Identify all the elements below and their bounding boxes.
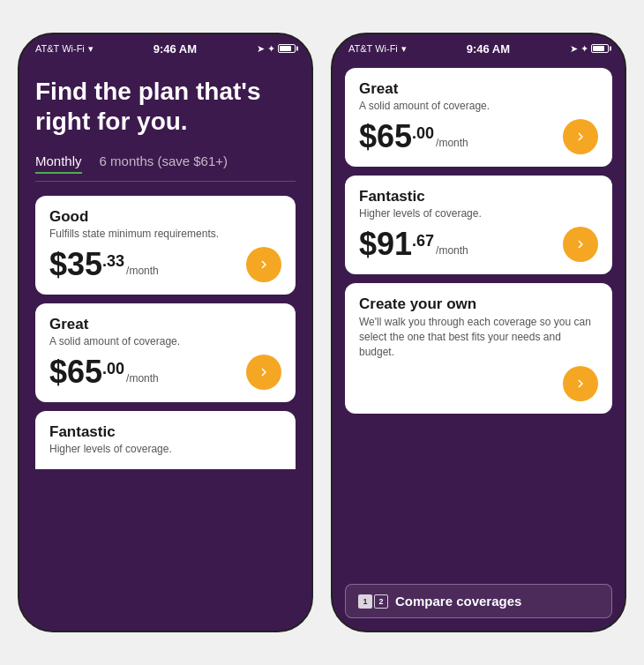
plan-name-great-right: Great (359, 80, 598, 98)
plan-desc-fantastic-right: Higher levels of coverage. (359, 207, 598, 220)
status-right-right: ➤ ✦ (570, 43, 609, 55)
tabs: Monthly 6 months (save $61+) (35, 153, 296, 182)
price-main-fantastic-right: $91 (359, 228, 412, 260)
price-cents-great-right: .00 (412, 124, 434, 143)
tab-6months[interactable]: 6 months (save $61+) (100, 153, 228, 174)
time-left: 9:46 AM (154, 42, 197, 56)
plan-card-good: Good Fulfills state minimum requirements… (35, 196, 296, 295)
price-main-great: $65 (49, 356, 102, 388)
wifi-icon-left: ▾ (88, 43, 94, 55)
plan-price-great: $65 .00 /month (49, 356, 159, 388)
right-phone-content: Great A solid amount of coverage. $65 .0… (333, 59, 625, 631)
status-bar-right: AT&T Wi-Fi ▾ 9:46 AM ➤ ✦ (333, 34, 625, 59)
headline: Find the plan that's right for you. (35, 77, 296, 136)
arrow-button-create-right[interactable] (563, 366, 598, 401)
tab-monthly[interactable]: Monthly (35, 153, 82, 174)
plan-desc-good: Fulfills state minimum requirements. (49, 228, 281, 240)
plan-card-fantastic-left: Fantastic Higher levels of coverage. (35, 411, 296, 469)
compare-square-1: 1 (358, 594, 372, 609)
status-bar-left: AT&T Wi-Fi ▾ 9:46 AM ➤ ✦ (19, 34, 311, 59)
price-period-good: /month (126, 265, 159, 277)
time-right: 9:46 AM (467, 42, 510, 56)
arrow-right-icon-fantastic-right (573, 236, 588, 252)
compare-coverages-bar[interactable]: 1 2 Compare coverages (345, 584, 612, 618)
plan-price-row-great-right: $65 .00 /month (359, 119, 598, 154)
arrow-right-icon-create-right (573, 376, 588, 392)
price-period-great: /month (126, 372, 159, 385)
carrier-left: AT&T Wi-Fi (35, 43, 85, 54)
right-phone: AT&T Wi-Fi ▾ 9:46 AM ➤ ✦ Great A solid a… (331, 33, 626, 632)
plan-desc-create-right: We'll walk you through each coverage so … (359, 315, 598, 359)
plan-desc-great-right: A solid amount of coverage. (359, 100, 598, 112)
plan-card-create-right: Create your own We'll walk you through e… (345, 283, 612, 414)
price-period-great-right: /month (436, 137, 468, 149)
battery-icon-left (278, 44, 296, 53)
plan-card-fantastic-right: Fantastic Higher levels of coverage. $91… (345, 176, 612, 274)
arrow-right-icon-great-right (573, 129, 588, 145)
compare-squares-icon: 1 2 (358, 594, 388, 609)
price-cents-fantastic-right: .67 (412, 232, 434, 250)
price-period-fantastic-right: /month (436, 244, 468, 257)
arrow-button-great[interactable] (246, 355, 281, 390)
left-phone-content: Find the plan that's right for you. Mont… (19, 59, 311, 631)
price-cents-great: .00 (102, 360, 124, 378)
arrow-button-fantastic-right[interactable] (563, 227, 598, 262)
left-phone-body: Find the plan that's right for you. Mont… (19, 59, 311, 631)
location-icon-right: ➤ (570, 43, 578, 55)
carrier-right: AT&T Wi-Fi (348, 43, 398, 54)
phones-container: AT&T Wi-Fi ▾ 9:46 AM ➤ ✦ Find the plan t… (0, 15, 644, 650)
plan-desc-great: A solid amount of coverage. (49, 335, 281, 347)
plan-price-great-right: $65 .00 /month (359, 121, 468, 153)
bluetooth-icon-left: ✦ (267, 43, 275, 55)
plan-desc-fantastic-left: Higher levels of coverage. (49, 443, 281, 455)
plan-name-good: Good (49, 208, 281, 226)
left-phone: AT&T Wi-Fi ▾ 9:46 AM ➤ ✦ Find the plan t… (18, 33, 313, 632)
plan-price-fantastic-right: $91 .67 /month (359, 228, 468, 260)
plan-price-row-great: $65 .00 /month (49, 355, 281, 390)
status-right-left: ➤ ✦ (257, 43, 296, 55)
plan-price-row-good: $35 .33 /month (49, 247, 281, 282)
plan-price-good: $35 .33 /month (49, 249, 159, 280)
price-cents-good: .33 (102, 252, 124, 271)
right-phone-body: Great A solid amount of coverage. $65 .0… (333, 59, 625, 584)
compare-square-2: 2 (374, 594, 388, 609)
status-left-right: AT&T Wi-Fi ▾ (348, 43, 407, 55)
arrow-button-good[interactable] (246, 247, 281, 282)
bluetooth-icon-right: ✦ (580, 43, 588, 55)
plan-price-row-create-right (359, 366, 598, 401)
plan-card-great-right: Great A solid amount of coverage. $65 .0… (345, 68, 612, 167)
plan-card-great: Great A solid amount of coverage. $65 .0… (35, 303, 296, 402)
plan-price-row-fantastic-right: $91 .67 /month (359, 227, 598, 262)
arrow-right-icon-good (256, 257, 272, 273)
price-main-great-right: $65 (359, 121, 412, 153)
wifi-icon-right: ▾ (401, 43, 407, 55)
location-icon-left: ➤ (257, 43, 265, 55)
plan-name-fantastic-left: Fantastic (49, 423, 281, 441)
battery-icon-right (591, 44, 609, 53)
plan-name-create-right: Create your own (359, 295, 598, 313)
arrow-right-icon-great (256, 364, 272, 380)
plan-name-fantastic-right: Fantastic (359, 188, 598, 205)
plan-name-great: Great (49, 316, 281, 333)
price-main-good: $35 (49, 249, 102, 280)
compare-label: Compare coverages (395, 594, 521, 609)
status-left-left: AT&T Wi-Fi ▾ (35, 43, 94, 55)
arrow-button-great-right[interactable] (563, 119, 598, 154)
